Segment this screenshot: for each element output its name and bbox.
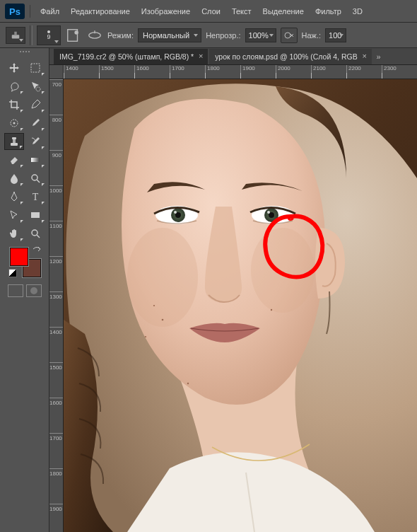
brush-preset-picker[interactable]: 9 [37, 25, 61, 45]
lasso-tool[interactable] [4, 78, 24, 95]
ruler-horizontal[interactable]: 1400150016001700180019002000210022002300 [64, 65, 417, 79]
menu-текст[interactable]: Текст [226, 6, 257, 17]
eyedropper-tool[interactable] [25, 96, 45, 113]
pen-tool[interactable] [4, 188, 24, 205]
svg-point-36 [187, 383, 189, 384]
opacity-label: Непрозр.: [206, 31, 240, 40]
svg-point-11 [13, 122, 15, 125]
default-colors-icon[interactable] [8, 269, 17, 277]
ruler-origin[interactable] [49, 65, 64, 79]
flow-input[interactable]: 100 [325, 28, 346, 42]
document-tab[interactable]: урок по слоям.psd @ 100% (Слой 4, RGB× [209, 49, 372, 64]
pressure-opacity-icon[interactable] [281, 28, 298, 43]
svg-rect-14 [12, 137, 16, 139]
flow-label: Наж.: [302, 31, 322, 40]
brush-size-value: 9 [47, 34, 50, 40]
svg-point-34 [145, 336, 146, 337]
annotation-circle [260, 212, 325, 282]
history-brush-tool[interactable] [25, 133, 45, 150]
svg-point-17 [13, 192, 15, 193]
svg-point-22 [127, 228, 198, 327]
workspace: T IMG_7199.cr2 @ 50% (штамп, RGB/8) *×ур… [0, 48, 417, 532]
svg-rect-19 [31, 212, 40, 218]
menu-выделение[interactable]: Выделение [257, 6, 310, 17]
swap-colors-icon[interactable] [33, 246, 41, 255]
divider [30, 25, 33, 45]
svg-point-33 [153, 305, 155, 306]
close-icon[interactable]: × [196, 52, 205, 60]
menu-3d[interactable]: 3D [347, 6, 368, 17]
ruler-vertical[interactable]: 7008009001000110012001300140015001600170… [49, 79, 64, 532]
svg-point-5 [74, 30, 78, 35]
menu-bar: Ps ФайлРедактированиеИзображениеСлоиТекс… [0, 0, 417, 23]
divider [30, 5, 30, 18]
foreground-color-swatch[interactable] [10, 248, 28, 266]
shape-tool[interactable] [25, 207, 45, 224]
svg-text:T: T [32, 192, 38, 202]
marquee-tool[interactable] [25, 59, 45, 76]
brush-tool[interactable] [25, 115, 45, 132]
opacity-input[interactable]: 100% [245, 28, 276, 42]
close-icon[interactable]: × [360, 52, 369, 60]
brush-panel-icon[interactable] [65, 28, 82, 43]
hand-tool[interactable] [4, 225, 24, 242]
menu-слои[interactable]: Слои [196, 6, 226, 17]
blend-mode-label: Режим: [107, 31, 134, 40]
blend-mode-dropdown[interactable]: Нормальный [138, 28, 201, 42]
svg-point-16 [32, 175, 37, 180]
svg-rect-3 [14, 31, 17, 35]
panel-handle[interactable] [14, 51, 35, 57]
tab-overflow-icon[interactable]: » [373, 49, 384, 64]
tool-preset-picker[interactable] [6, 27, 25, 44]
type-tool[interactable]: T [25, 188, 45, 205]
pressure-size-icon[interactable] [86, 28, 103, 43]
zoom-tool[interactable] [25, 225, 45, 242]
color-swatches [7, 246, 42, 277]
standard-mode-button[interactable] [8, 284, 23, 297]
document-tab[interactable]: IMG_7199.cr2 @ 50% (штамп, RGB/8) *× [54, 49, 208, 64]
svg-point-7 [285, 33, 290, 38]
svg-rect-8 [31, 64, 40, 72]
tools-panel: T [0, 48, 49, 532]
svg-point-35 [271, 309, 272, 311]
quick-mask-button[interactable] [26, 284, 42, 297]
stamp-tool[interactable] [4, 133, 24, 150]
menu-редактирование[interactable]: Редактирование [65, 6, 136, 17]
svg-rect-15 [31, 158, 40, 162]
quick-select-tool[interactable] [25, 78, 45, 95]
photoshop-logo: Ps [4, 3, 25, 20]
document-image [64, 79, 417, 532]
path-select-tool[interactable] [4, 207, 24, 224]
gradient-tool[interactable] [25, 151, 45, 168]
menu-фильтр[interactable]: Фильтр [310, 6, 347, 17]
menu-файл[interactable]: Файл [35, 6, 65, 17]
svg-rect-12 [11, 143, 18, 146]
svg-point-32 [162, 319, 164, 321]
crop-tool[interactable] [4, 96, 24, 113]
document-area: IMG_7199.cr2 @ 50% (штамп, RGB/8) *×урок… [49, 48, 417, 532]
move-tool[interactable] [4, 59, 24, 76]
options-bar: 9 Режим: Нормальный Непрозр.: 100% Наж.:… [0, 23, 417, 48]
document-tab-strip: IMG_7199.cr2 @ 50% (штамп, RGB/8) *×урок… [49, 48, 417, 65]
canvas[interactable] [64, 79, 417, 532]
dodge-tool[interactable] [25, 170, 45, 187]
svg-point-27 [174, 211, 177, 214]
svg-point-9 [36, 87, 40, 91]
blur-tool[interactable] [4, 170, 24, 187]
menu-изображение[interactable]: Изображение [136, 6, 196, 17]
svg-point-20 [32, 230, 37, 236]
canvas-area: 1400150016001700180019002000210022002300… [49, 65, 417, 532]
svg-text:Ps: Ps [9, 6, 20, 17]
eraser-tool[interactable] [4, 151, 24, 168]
healing-tool[interactable] [4, 115, 24, 132]
